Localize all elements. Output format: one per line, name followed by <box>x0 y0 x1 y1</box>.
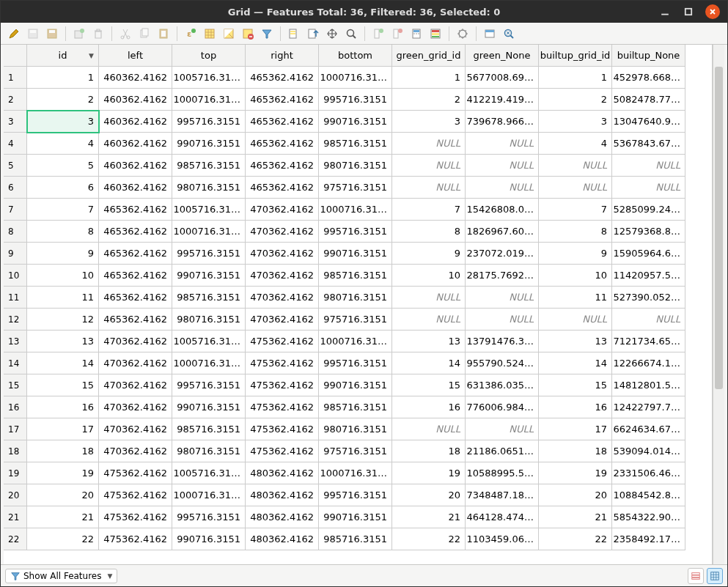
table-cell[interactable]: 480362.4162 <box>246 506 319 528</box>
table-cell[interactable]: 480362.4162 <box>246 462 319 484</box>
close-button[interactable] <box>705 4 720 19</box>
table-cell[interactable]: NULL <box>466 309 539 331</box>
table-cell[interactable]: 980716.3151 <box>319 155 392 177</box>
table-cell[interactable]: 7121734.65… <box>612 331 685 352</box>
table-cell[interactable]: 470362.4162 <box>99 440 172 462</box>
table-cell[interactable]: 1000716.31… <box>319 331 392 352</box>
form-view-button[interactable] <box>688 568 704 584</box>
delete-icon[interactable] <box>89 25 107 43</box>
column-header[interactable]: bottom <box>319 45 392 67</box>
table-cell[interactable]: 460362.4162 <box>99 111 172 133</box>
column-header[interactable]: builtup_None <box>612 45 685 67</box>
table-cell[interactable]: 10 <box>27 265 99 287</box>
table-cell[interactable]: 11 <box>539 287 612 309</box>
row-header[interactable]: 13 <box>4 331 27 352</box>
table-cell[interactable]: 465362.4162 <box>99 287 172 309</box>
table-cell[interactable]: 470362.4162 <box>246 287 319 309</box>
row-header[interactable]: 20 <box>4 484 27 506</box>
table-cell[interactable]: 990716.3151 <box>172 133 246 155</box>
table-cell[interactable]: 470362.4162 <box>246 265 319 287</box>
table-cell[interactable]: 475362.4162 <box>99 528 172 550</box>
table-cell[interactable]: 470362.4162 <box>99 396 172 418</box>
table-cell[interactable]: 539094.014… <box>612 440 685 462</box>
table-cell[interactable]: 470362.4162 <box>246 243 319 265</box>
table-cell[interactable]: 465362.4162 <box>246 155 319 177</box>
table-cell[interactable]: 470362.4162 <box>246 309 319 331</box>
table-cell[interactable]: 13047640.9… <box>612 111 685 133</box>
table-cell[interactable]: 20 <box>539 484 612 506</box>
table-cell[interactable]: 985716.3151 <box>319 265 392 287</box>
table-cell[interactable]: 631386.035… <box>466 374 539 396</box>
row-header[interactable]: 14 <box>4 352 27 374</box>
row-header[interactable]: 21 <box>4 506 27 528</box>
table-cell[interactable]: 739678.966… <box>466 111 539 133</box>
table-cell[interactable]: 14 <box>392 352 466 374</box>
table-cell[interactable]: NULL <box>466 418 539 440</box>
row-header[interactable]: 16 <box>4 396 27 418</box>
table-cell[interactable]: 980716.3151 <box>319 418 392 440</box>
table-cell[interactable]: 460362.4162 <box>99 133 172 155</box>
table-cell[interactable]: 12422797.7… <box>612 396 685 418</box>
copy-icon[interactable] <box>136 25 153 43</box>
table-cell[interactable]: 975716.3151 <box>319 309 392 331</box>
table-cell[interactable]: 5677008.69… <box>466 67 539 89</box>
table-cell[interactable]: 465362.4162 <box>246 67 319 89</box>
table-cell[interactable]: 465362.4162 <box>246 89 319 111</box>
table-cell[interactable]: 18 <box>539 440 612 462</box>
table-cell[interactable]: 19 <box>392 462 466 484</box>
table-cell[interactable]: 985716.3151 <box>172 287 246 309</box>
row-header[interactable]: 15 <box>4 374 27 396</box>
table-cell[interactable]: 990716.3151 <box>172 528 246 550</box>
move-top-icon[interactable] <box>304 25 322 43</box>
conditional-format-icon[interactable] <box>427 25 444 43</box>
table-cell[interactable]: 14 <box>539 352 612 374</box>
table-cell[interactable]: 10588995.5… <box>466 462 539 484</box>
table-cell[interactable]: 470362.4162 <box>246 199 319 221</box>
row-header[interactable]: 10 <box>4 265 27 287</box>
table-cell[interactable]: 13 <box>539 331 612 352</box>
table-cell[interactable]: 480362.4162 <box>246 528 319 550</box>
table-cell[interactable]: NULL <box>392 155 466 177</box>
select-value-icon[interactable] <box>285 25 303 43</box>
table-cell[interactable]: NULL <box>392 287 466 309</box>
table-cell[interactable]: NULL <box>539 309 612 331</box>
table-cell[interactable]: 4 <box>27 133 99 155</box>
table-cell[interactable]: 15426808.0… <box>466 199 539 221</box>
column-header[interactable]: builtup_grid_id <box>539 45 612 67</box>
column-header[interactable]: green_grid_id <box>392 45 466 67</box>
table-cell[interactable]: 527390.052… <box>612 287 685 309</box>
table-cell[interactable]: 1000716.31… <box>319 462 392 484</box>
table-cell[interactable]: 980716.3151 <box>319 287 392 309</box>
table-cell[interactable]: 465362.4162 <box>99 221 172 243</box>
table-cell[interactable]: 28175.7692… <box>466 265 539 287</box>
table-cell[interactable]: 995716.3151 <box>319 89 392 111</box>
column-header[interactable]: id▼ <box>27 45 99 67</box>
table-cell[interactable]: 460362.4162 <box>99 89 172 111</box>
table-cell[interactable]: 1103459.06… <box>466 528 539 550</box>
table-cell[interactable]: 995716.3151 <box>172 243 246 265</box>
table-cell[interactable]: 1005716.31… <box>172 199 246 221</box>
paste-icon[interactable] <box>155 25 172 43</box>
table-cell[interactable]: 464128.474… <box>466 506 539 528</box>
table-cell[interactable]: 1 <box>392 67 466 89</box>
table-cell[interactable]: 5367843.67… <box>612 133 685 155</box>
column-header[interactable]: green_None <box>466 45 539 67</box>
invert-selection-icon[interactable] <box>220 25 238 43</box>
table-cell[interactable]: 10 <box>392 265 466 287</box>
row-header[interactable]: 8 <box>4 221 27 243</box>
table-cell[interactable]: 990716.3151 <box>172 265 246 287</box>
table-cell[interactable]: 21186.0651… <box>466 440 539 462</box>
table-cell[interactable]: 776006.984… <box>466 396 539 418</box>
table-cell[interactable]: 19 <box>27 462 99 484</box>
table-cell[interactable]: 8 <box>539 221 612 243</box>
table-cell[interactable]: 475362.4162 <box>99 462 172 484</box>
table-cell[interactable]: 1 <box>27 67 99 89</box>
table-cell[interactable]: NULL <box>612 155 685 177</box>
table-cell[interactable]: NULL <box>466 287 539 309</box>
row-header[interactable]: 9 <box>4 243 27 265</box>
table-cell[interactable]: 5854322.90… <box>612 506 685 528</box>
column-header[interactable]: left <box>99 45 172 67</box>
table-cell[interactable]: 237072.019… <box>466 243 539 265</box>
table-cell[interactable]: 1000716.31… <box>172 89 246 111</box>
select-all-icon[interactable] <box>201 25 218 43</box>
